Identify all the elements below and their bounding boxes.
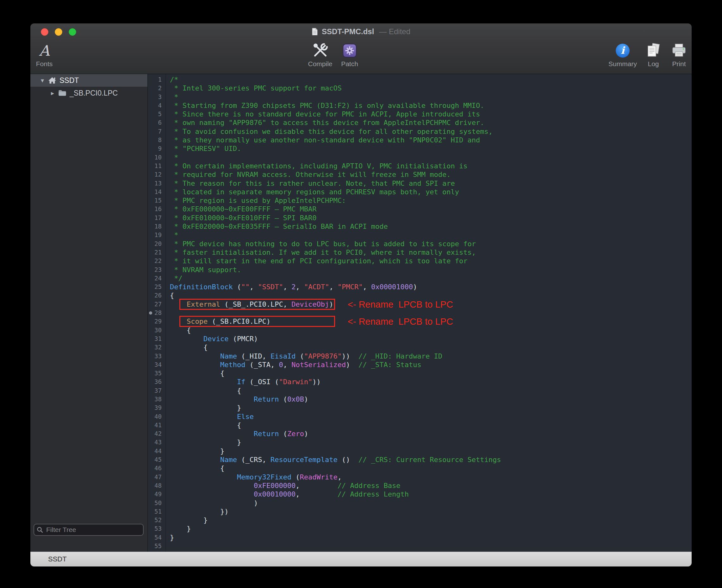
line-number: 7 [148, 127, 166, 136]
code-text: } [166, 438, 241, 446]
code-line: 24 */ [148, 274, 692, 282]
code-text: * required for NVRAM access. Otherwise i… [166, 170, 450, 179]
printer-icon [671, 43, 687, 58]
sidebar-item-ssdt[interactable]: ▾ SSDT [30, 74, 147, 87]
code-text: * it will start in the end of PCI config… [166, 257, 467, 265]
line-number: 3 [148, 93, 166, 101]
line-number: 40 [148, 412, 166, 421]
line-number: 31 [148, 335, 166, 343]
fonts-button[interactable]: A Fonts [36, 42, 53, 68]
code-text: * own naming "APP9876" to access this de… [166, 118, 484, 127]
patch-gear-icon [342, 43, 357, 58]
code-text: Name (_HID, EisaId ("APP9876")) // _HID:… [166, 352, 442, 360]
code-line: 31 Device (PMCR) [148, 335, 692, 343]
code-text: } [166, 524, 191, 533]
code-text: * 0xFE000000~0xFE00FFFF — PMC MBAR [166, 205, 317, 213]
line-number: 6 [148, 118, 166, 127]
line-number: 54 [148, 533, 166, 542]
code-text: Name (_CRS, ResourceTemplate () // _CRS:… [166, 456, 501, 464]
line-number: 49 [148, 490, 166, 499]
navigation-path[interactable]: SSDT [48, 555, 67, 563]
line-number: 41 [148, 421, 166, 429]
log-label: Log [645, 60, 661, 68]
line-number: 32 [148, 343, 166, 352]
line-number: 14 [148, 188, 166, 196]
code-line: 53 } [148, 524, 692, 533]
code-text: Memory32Fixed (ReadWrite, [166, 473, 342, 481]
line-number: 16 [148, 205, 166, 213]
print-label: Print [671, 60, 687, 68]
summary-button[interactable]: i Summary [609, 42, 637, 68]
line-number: 39 [148, 403, 166, 412]
window-title-text: SSDT-PMC.dsl [322, 27, 374, 36]
code-text: * On certain implementations, including … [166, 162, 467, 170]
line-number: 35 [148, 369, 166, 378]
code-editor[interactable]: 1/*2 * Intel 300-series PMC support for … [148, 74, 692, 552]
info-icon: i [615, 43, 630, 58]
line-number: 55 [148, 542, 166, 550]
compile-button[interactable]: Compile [308, 42, 332, 68]
code-text [166, 309, 170, 317]
line-number: 19 [148, 231, 166, 239]
line-number: 9 [148, 144, 166, 153]
code-text: { [166, 386, 241, 395]
code-line: 25DefinitionBlock ("", "SSDT", 2, "ACDT"… [148, 282, 692, 291]
line-number: 51 [148, 507, 166, 516]
code-text: * PMC region is used by AppleIntelPCHPMC… [166, 196, 346, 205]
rename-highlight-box [179, 299, 335, 310]
documents-icon [645, 43, 661, 58]
code-line: 48 0xFE000000, // Address Base [148, 481, 692, 490]
line-number: 37 [148, 386, 166, 395]
line-number: 26 [148, 291, 166, 300]
code-line: 6 * own naming "APP9876" to access this … [148, 118, 692, 127]
code-line: 52 } [148, 516, 692, 524]
sidebar-item-sb-pci0-lpc[interactable]: ▸ _SB.PCI0.LPC [30, 87, 147, 99]
code-line: 38 Return (0x0B) [148, 395, 692, 403]
fonts-serif-a-icon: A [39, 43, 49, 58]
line-number: 52 [148, 516, 166, 524]
code-text: { [166, 291, 174, 300]
line-number: 44 [148, 447, 166, 456]
disclosure-closed-icon[interactable]: ▸ [49, 89, 56, 97]
code-line: 18 * 0xFE020000~0xFE035FFF — SerialIo BA… [148, 222, 692, 231]
code-line: 35 { [148, 369, 692, 378]
code-text: Return (Zero) [166, 429, 308, 438]
filter-tree-input[interactable] [46, 526, 141, 534]
titlebar[interactable]: SSDT-PMC.dsl — Edited [30, 23, 692, 40]
code-line: 40 Else [148, 412, 692, 421]
code-text: * faster initialisation. If we add it to… [166, 248, 476, 257]
code-line: 5 * Since there is no standard device fo… [148, 110, 692, 118]
line-number: 15 [148, 196, 166, 205]
line-number: 29 [148, 317, 166, 326]
line-number: 34 [148, 360, 166, 369]
code-line: 23 * NVRAM support. [148, 266, 692, 274]
print-button[interactable]: Print [671, 42, 687, 68]
code-text: { [166, 464, 224, 472]
code-text: * 0xFE010000~0xFE010FFF — SPI BAR0 [166, 214, 317, 222]
code-line: 8 * as they normally use another non-sta… [148, 136, 692, 144]
sidebar: ▾ SSDT ▸ _SB.PCI0.LPC [30, 74, 148, 552]
code-text: Device (PMCR) [166, 335, 258, 343]
line-number: 10 [148, 153, 166, 162]
code-line: 54} [148, 533, 692, 542]
code-text: { [166, 369, 224, 378]
code-line: 37 { [148, 386, 692, 395]
code-line: 34 Method (_STA, 0, NotSerialized) // _S… [148, 360, 692, 369]
code-text: * [166, 231, 178, 239]
patch-button[interactable]: Patch [341, 42, 358, 68]
line-number: 48 [148, 481, 166, 490]
house-icon [48, 77, 56, 84]
line-number: 36 [148, 378, 166, 386]
line-number: 2 [148, 84, 166, 92]
log-button[interactable]: Log [645, 42, 661, 68]
line-number: 46 [148, 464, 166, 472]
line-marker-dot [149, 311, 152, 315]
code-line: 13 * The reason for this is rather uncle… [148, 179, 692, 188]
code-text [166, 542, 170, 550]
code-text: * Starting from Z390 chipsets PMC (D31:F… [166, 101, 484, 110]
code-text: { [166, 421, 241, 429]
sidebar-item-label: _SB.PCI0.LPC [70, 89, 118, 98]
line-number: 25 [148, 282, 166, 291]
disclosure-open-icon[interactable]: ▾ [39, 77, 46, 84]
filter-tree-field[interactable] [34, 524, 144, 536]
